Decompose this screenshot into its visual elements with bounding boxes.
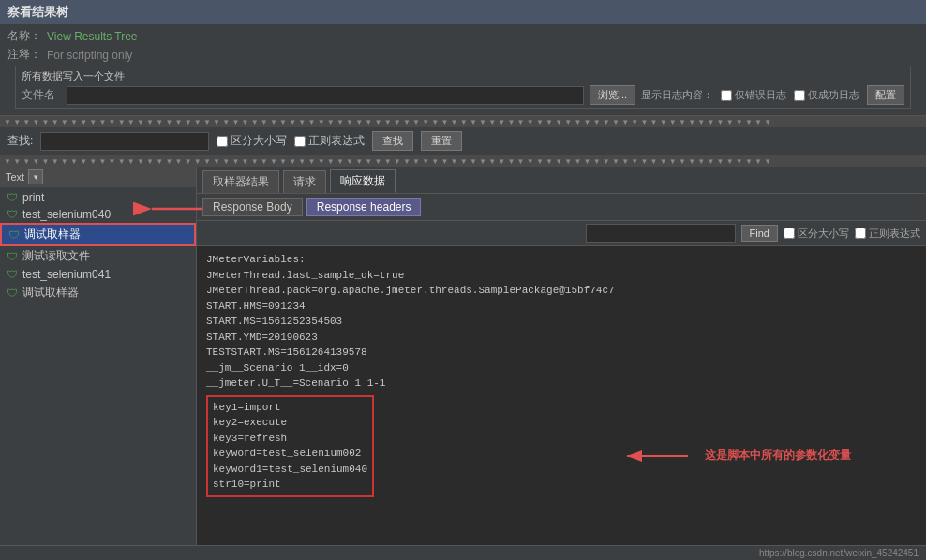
item-label: 测试读取文件 (22, 248, 90, 264)
find-regex-label[interactable]: 正则表达式 (855, 227, 920, 241)
reset-button[interactable]: 重置 (421, 131, 462, 151)
tab-请求[interactable]: 请求 (283, 170, 326, 193)
file-section: 所有数据写入一个文件 文件名 浏览... 显示日志内容： 仅错误日志 仅成功日志… (15, 66, 911, 109)
content-line: __jm__Scenario 1__idx=0 (206, 361, 917, 376)
content-line: START.YMD=20190623 (206, 330, 917, 346)
find-regex-checkbox[interactable] (855, 228, 866, 239)
case-sensitive-checkbox[interactable] (217, 136, 228, 147)
content-lines-container: JMeterVariables:JMeterThread.last_sample… (206, 252, 917, 391)
regex-text: 正则表达式 (308, 133, 365, 149)
shield-icon: 🛡 (6, 250, 19, 263)
shield-icon: 🛡 (7, 228, 21, 242)
find-case-sensitive-label[interactable]: 区分大小写 (784, 227, 849, 241)
search-label: 查找: (7, 133, 33, 149)
highlighted-line: keyword=test_selenium002 (213, 446, 367, 462)
sub-tab-Response-headers[interactable]: Response headers (306, 198, 422, 216)
file-section-title: 所有数据写入一个文件 (22, 69, 904, 83)
left-panel: Text ▼ 🛡print🛡test_selenium040🛡调试取样器🛡测试读… (0, 167, 197, 545)
middle-divider-icon: ▼ ▼ ▼ ▼ ▼ ▼ ▼ ▼ ▼ ▼ ▼ ▼ ▼ ▼ ▼ ▼ ▼ ▼ ▼ ▼ … (4, 157, 771, 166)
shield-icon: 🛡 (6, 191, 19, 204)
success-log-checkbox[interactable] (794, 90, 805, 101)
name-label: 名称： (7, 28, 41, 44)
file-input[interactable] (67, 86, 584, 105)
find-button[interactable]: Find (741, 225, 778, 242)
highlighted-line: key1=import (213, 400, 367, 416)
main-container: 察看结果树 名称： View Results Tree 注释： For scri… (0, 0, 926, 560)
find-regex-text: 正则表达式 (869, 227, 920, 241)
search-button[interactable]: 查找 (372, 131, 413, 151)
title-bar: 察看结果树 (0, 0, 926, 24)
search-bar: 查找: 区分大小写 正则表达式 查找 重置 (0, 127, 926, 155)
sub-tab-Response-Body[interactable]: Response Body (202, 198, 303, 216)
regex-checkbox[interactable] (294, 136, 306, 147)
tree-item[interactable]: 🛡调试取样器 (0, 283, 196, 302)
name-value: View Results Tree (47, 30, 138, 43)
shield-icon: 🛡 (6, 268, 19, 281)
content-line: START.MS=1561252354503 (206, 314, 917, 330)
content-line: START.HMS=091234 (206, 299, 917, 315)
find-case-sensitive-text: 区分大小写 (798, 227, 849, 241)
title-text: 察看结果树 (7, 5, 68, 19)
error-log-text: 仅错误日志 (735, 88, 786, 102)
error-log-label[interactable]: 仅错误日志 (721, 88, 786, 102)
item-label: print (22, 191, 44, 204)
item-label: test_selenium040 (22, 208, 111, 221)
top-divider[interactable]: ▼ ▼ ▼ ▼ ▼ ▼ ▼ ▼ ▼ ▼ ▼ ▼ ▼ ▼ ▼ ▼ ▼ ▼ ▼ ▼ … (0, 116, 926, 127)
content-line: JMeterThread.last_sample_ok=true (206, 268, 917, 284)
item-label: test_selenium041 (22, 268, 111, 281)
tree-item[interactable]: 🛡test_selenium040 (0, 206, 196, 223)
dropdown-arrow[interactable]: ▼ (28, 169, 43, 184)
find-case-sensitive-checkbox[interactable] (784, 228, 795, 239)
browse-button[interactable]: 浏览... (590, 85, 635, 105)
search-input[interactable] (40, 132, 209, 151)
status-url: https://blog.csdn.net/weixin_45242451 (759, 548, 919, 558)
log-label: 显示日志内容： (641, 88, 713, 102)
tree-item[interactable]: 🛡test_selenium041 (0, 266, 196, 283)
annotation-text: 这是脚本中所有的参数化变量 (705, 448, 851, 464)
middle-divider[interactable]: ▼ ▼ ▼ ▼ ▼ ▼ ▼ ▼ ▼ ▼ ▼ ▼ ▼ ▼ ▼ ▼ ▼ ▼ ▼ ▼ … (0, 155, 926, 167)
case-sensitive-label[interactable]: 区分大小写 (217, 133, 287, 149)
log-controls: 显示日志内容： 仅错误日志 仅成功日志 配置 (641, 85, 904, 105)
shield-icon: 🛡 (6, 287, 19, 300)
find-input[interactable] (586, 224, 736, 243)
left-panel-type-label: Text (6, 171, 24, 183)
error-log-checkbox[interactable] (721, 90, 732, 101)
file-label: 文件名 (22, 87, 55, 103)
content-area: Text ▼ 🛡print🛡test_selenium040🛡调试取样器🛡测试读… (0, 167, 926, 545)
header-section: 名称： View Results Tree 注释： For scripting … (0, 24, 926, 116)
content-line: __jmeter.U_T__=Scenario 1 1-1 (206, 376, 917, 391)
divider-arrow-icon: ▼ ▼ ▼ ▼ ▼ ▼ ▼ ▼ ▼ ▼ ▼ ▼ ▼ ▼ ▼ ▼ ▼ ▼ ▼ ▼ … (4, 118, 771, 126)
shield-icon: 🛡 (6, 208, 19, 221)
red-arrow-svg (622, 442, 697, 470)
tab-响应数据[interactable]: 响应数据 (330, 169, 396, 193)
highlighted-content: key1=importkey2=executekey3=refreshkeywo… (206, 395, 374, 497)
comment-label: 注释： (7, 47, 41, 63)
right-panel: 取样器结果请求响应数据 Response BodyResponse header… (197, 167, 926, 545)
tree-item[interactable]: 🛡调试取样器 (0, 223, 196, 246)
tree-item[interactable]: 🛡测试读取文件 (0, 246, 196, 266)
find-bar: Find 区分大小写 正则表达式 (197, 221, 926, 246)
content-text-area: JMeterVariables:JMeterThread.last_sample… (197, 246, 926, 545)
regex-label[interactable]: 正则表达式 (294, 133, 365, 149)
content-line: JMeterVariables: (206, 252, 917, 268)
status-bar: https://blog.csdn.net/weixin_45242451 (0, 545, 926, 560)
tab-取样器结果[interactable]: 取样器结果 (202, 170, 279, 193)
tree-items-list: 🛡print🛡test_selenium040🛡调试取样器🛡测试读取文件🛡tes… (0, 187, 196, 545)
content-line: JMeterThread.pack=org.apache.jmeter.thre… (206, 283, 917, 299)
tree-item[interactable]: 🛡print (0, 189, 196, 206)
annotation-container: 这是脚本中所有的参数化变量 (622, 442, 851, 470)
success-log-text: 仅成功日志 (808, 88, 859, 102)
highlighted-line: key2=execute (213, 415, 367, 431)
highlighted-line: key3=refresh (213, 431, 367, 447)
case-sensitive-text: 区分大小写 (231, 133, 287, 149)
tabs-row: 取样器结果请求响应数据 (197, 167, 926, 194)
highlighted-line: str10=print (213, 477, 367, 493)
left-panel-header: Text ▼ (0, 167, 196, 187)
highlighted-line: keyword1=test_selenium040 (213, 462, 367, 478)
success-log-label[interactable]: 仅成功日志 (794, 88, 859, 102)
item-label: 调试取样器 (24, 227, 81, 243)
sub-tabs-row: Response BodyResponse headers (197, 194, 926, 221)
content-line: TESTSTART.MS=1561264139578 (206, 345, 917, 361)
comment-value: For scripting only (47, 49, 132, 62)
config-button[interactable]: 配置 (867, 85, 904, 105)
